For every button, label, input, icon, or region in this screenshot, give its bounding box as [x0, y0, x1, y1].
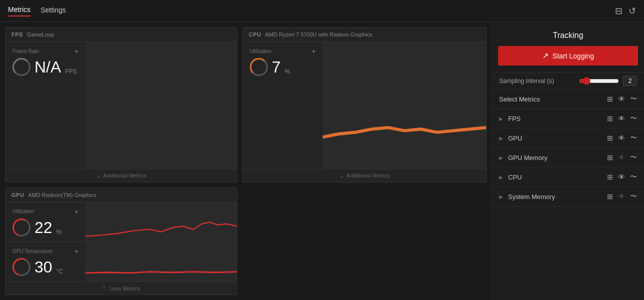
fps-add-icon[interactable]: +	[74, 47, 78, 55]
fps-metric-label: Frame Rate +	[12, 47, 78, 55]
select-metrics-label: Select Metrics	[499, 96, 607, 103]
gpu-panel-body: Utilization + 22 %	[5, 202, 237, 282]
nav-actions: ⊟ ↺	[615, 6, 636, 16]
gpu-chart-icon[interactable]: ⊞	[607, 134, 613, 142]
gpu-eye-icon[interactable]: 👁	[618, 134, 625, 142]
top-navigation: Metrics Settings ⊟ ↺	[0, 0, 644, 22]
tracking-title: Tracking	[492, 22, 644, 46]
gpu-util-unit: %	[56, 228, 62, 236]
fps-additional-metrics[interactable]: ⌄ Additional Metrics	[5, 169, 237, 182]
sampling-slider[interactable]	[579, 77, 619, 85]
cpu-item-label: CPU	[508, 174, 607, 181]
cpu-eye-icon[interactable]: 👁	[618, 173, 625, 181]
list-icon[interactable]: ⊟	[615, 6, 623, 16]
metric-item-gpu-memory[interactable]: ▶ GPU Memory ⊞ 👁 〜	[492, 148, 644, 168]
fps-metric-info: Frame Rate + N/A FPS	[5, 42, 85, 169]
cpu-trend-icon[interactable]: 〜	[630, 172, 637, 182]
fps-chart	[85, 42, 237, 169]
gpu-memory-chart-icon[interactable]: ⊞	[607, 154, 613, 162]
cpu-metric-label: Utilization +	[250, 47, 316, 55]
gpu-temp-value: 30	[34, 259, 52, 275]
gpu-temp-gauge	[10, 256, 33, 278]
cpu-label: CPU	[249, 32, 261, 38]
gpu-utilization-row: Utilization + 22 %	[5, 202, 237, 242]
gpu-panel: GPU AMD Radeon(TM) Graphics Utilization …	[5, 188, 237, 296]
fps-trend-icon[interactable]: 〜	[630, 114, 637, 123]
gpu-util-chart	[85, 202, 237, 242]
metric-item-fps[interactable]: ▶ FPS ⊞ 👁 〜	[492, 109, 644, 128]
fps-item-icons: ⊞ 👁 〜	[607, 114, 637, 123]
gpu-util-label: Utilization +	[12, 208, 78, 216]
svg-rect-0	[85, 42, 237, 169]
system-memory-eye-icon[interactable]: 👁	[618, 192, 625, 200]
svg-rect-3	[85, 242, 237, 282]
fps-expand-icon: ▶	[499, 116, 503, 122]
cpu-gauge	[250, 58, 268, 76]
fps-value: N/A	[34, 59, 61, 75]
panels-area: FPS GameLoop Frame Rate + N/A	[0, 22, 492, 300]
tab-settings[interactable]: Settings	[40, 6, 66, 16]
fps-eye-icon[interactable]: 👁	[618, 114, 625, 122]
gpu-temp-chart	[85, 242, 237, 282]
system-memory-item-icons: ⊞ 👁 〜	[607, 192, 637, 201]
cpu-additional-metrics[interactable]: ⌄ Additional Metrics	[243, 169, 486, 182]
bottom-row: GPU AMD Radeon(TM) Graphics Utilization …	[5, 188, 487, 296]
gpu-temp-info: GPU Temperature + 30 °C	[5, 242, 85, 282]
svg-rect-1	[323, 42, 486, 169]
system-memory-trend-icon[interactable]: 〜	[630, 192, 637, 201]
start-logging-label: Start Logging	[553, 52, 594, 60]
cpu-metric-info: Utilization + 7 %	[243, 42, 323, 169]
cpu-value-row: 7 %	[250, 58, 316, 76]
gpu-temp-value-row: 30 °C	[12, 258, 78, 276]
cpu-panel-body: Utilization + 7 %	[243, 42, 486, 169]
cpu-item-icons: ⊞ 👁 〜	[607, 172, 637, 182]
fps-panel-header: FPS GameLoop	[5, 28, 237, 42]
select-metrics-eye-icon[interactable]: 👁	[618, 95, 625, 103]
system-memory-item-label: System Memory	[508, 193, 607, 200]
cpu-unit: %	[285, 68, 290, 75]
metric-item-gpu[interactable]: ▶ GPU ⊞ 👁 〜	[492, 128, 644, 148]
select-metrics-icons: ⊞ 👁 〜	[607, 94, 637, 104]
cpu-panel: CPU AMD Ryzen 7 5700U with Radeon Graphi…	[242, 27, 487, 182]
metric-item-cpu[interactable]: ▶ CPU ⊞ 👁 〜	[492, 168, 644, 187]
fps-panel: FPS GameLoop Frame Rate + N/A	[5, 27, 237, 182]
sampling-value-input[interactable]	[623, 76, 637, 86]
fps-value-row: N/A FPS	[12, 58, 78, 76]
gpu-less-metrics[interactable]: ⌃ Less Metrics	[5, 282, 237, 294]
gpu-memory-trend-icon[interactable]: 〜	[630, 153, 637, 162]
fps-chart-icon[interactable]: ⊞	[607, 114, 613, 122]
start-logging-button[interactable]: ↗ Start Logging	[498, 46, 638, 66]
gpu-memory-eye-icon[interactable]: 👁	[618, 154, 625, 162]
tab-metrics[interactable]: Metrics	[8, 6, 30, 16]
fps-gauge	[12, 58, 30, 76]
svg-rect-2	[85, 202, 237, 242]
metric-item-system-memory[interactable]: ▶ System Memory ⊞ 👁 〜	[492, 187, 644, 206]
system-memory-chart-icon[interactable]: ⊞	[607, 192, 613, 200]
fps-app-name: GameLoop	[27, 32, 54, 38]
cpu-chart	[323, 42, 486, 169]
cpu-chart-icon[interactable]: ⊞	[607, 173, 613, 181]
reset-icon[interactable]: ↺	[629, 6, 636, 16]
gpu-util-gauge	[10, 216, 33, 238]
fps-unit: FPS	[65, 68, 76, 75]
gpu-temp-row: GPU Temperature + 30 °C	[5, 242, 237, 282]
cpu-expand-icon: ▶	[499, 174, 503, 180]
select-metrics-trend-icon[interactable]: 〜	[630, 94, 637, 104]
gpu-temp-unit: °C	[56, 268, 63, 275]
sampling-interval-row: Sampling Interval (s)	[492, 72, 644, 90]
gpu-trend-icon[interactable]: 〜	[630, 134, 637, 142]
main-layout: FPS GameLoop Frame Rate + N/A	[0, 22, 644, 300]
fps-item-label: FPS	[508, 115, 607, 122]
gpu-temp-add-icon[interactable]: +	[74, 247, 78, 255]
cpu-panel-header: CPU AMD Ryzen 7 5700U with Radeon Graphi…	[243, 28, 486, 42]
gpu-util-add-icon[interactable]: +	[74, 208, 78, 216]
cpu-metric-row: Utilization + 7 %	[243, 42, 486, 169]
fps-metric-row: Frame Rate + N/A FPS	[5, 42, 237, 169]
nav-tabs: Metrics Settings	[8, 6, 66, 16]
gpu-memory-item-label: GPU Memory	[508, 154, 607, 162]
gpu-panel-header: GPU AMD Radeon(TM) Graphics	[5, 188, 237, 202]
gpu-item-icons: ⊞ 👁 〜	[607, 134, 637, 142]
cpu-chip-name: AMD Ryzen 7 5700U with Radeon Graphics	[265, 32, 373, 38]
cpu-add-icon[interactable]: +	[312, 47, 316, 55]
select-metrics-chart-icon[interactable]: ⊞	[607, 95, 613, 103]
